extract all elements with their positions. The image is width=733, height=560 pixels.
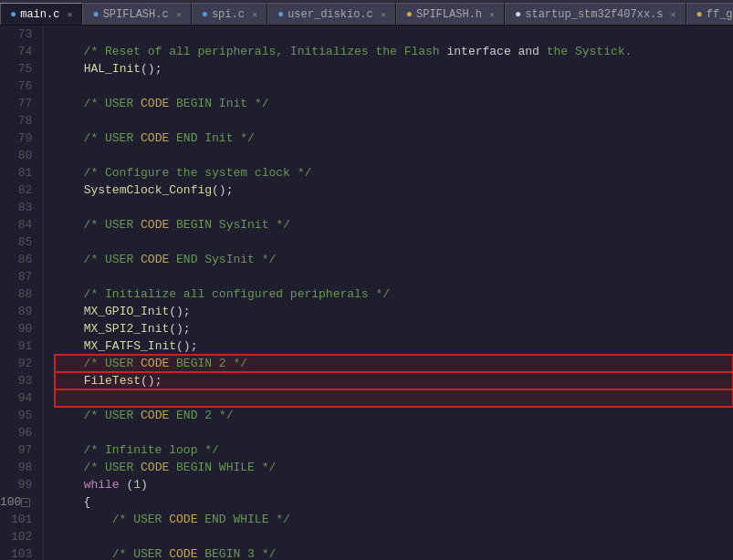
- code-text-99a: [55, 476, 83, 493]
- code-line-91: MX_FATFS_Init();: [55, 337, 733, 355]
- code-line-96: [55, 424, 733, 441]
- tab-spiflash-c[interactable]: ● SPIFLASH.c ✕: [82, 3, 191, 25]
- code-text-89c: ();: [169, 303, 190, 320]
- code-text-99e: ): [141, 476, 148, 493]
- code-text-91a: [55, 337, 83, 355]
- tab-icon-main-c: ●: [10, 8, 16, 21]
- code-line-84: /* USER CODE BEGIN SysInit */: [55, 216, 733, 233]
- ln-93: 93: [0, 372, 36, 389]
- code-text-86b: CODE: [141, 251, 169, 268]
- tab-label-spi-c: spi.c: [212, 8, 245, 21]
- tab-close-spiflash-h[interactable]: ✕: [489, 9, 495, 20]
- code-text-95b: CODE: [141, 407, 169, 424]
- tab-close-spi-c[interactable]: ✕: [252, 9, 257, 20]
- code-line-89: MX_GPIO_Init();: [55, 303, 733, 320]
- ln-100: 100 -: [0, 493, 36, 511]
- code-text-95c: END 2 */: [169, 407, 233, 424]
- ln-92: 92: [0, 355, 36, 372]
- tab-label-spiflash-c: SPIFLASH.c: [103, 8, 169, 21]
- code-text-92b: CODE: [141, 355, 169, 372]
- code-line-94: [55, 389, 733, 407]
- code-line-103: /* USER CODE BEGIN 3 */: [55, 545, 733, 560]
- tab-user-diskio-c[interactable]: ● user_diskio.c ✕: [267, 3, 396, 25]
- tab-close-user-diskio-c[interactable]: ✕: [381, 9, 386, 20]
- ln-95: 95: [0, 407, 36, 424]
- code-line-95: /* USER CODE END 2 */: [55, 407, 733, 424]
- code-text-99d: 1: [133, 476, 141, 493]
- tab-spiflash-h[interactable]: ● SPIFLASH.h ✕: [396, 3, 505, 25]
- code-text-91c: ();: [176, 337, 197, 355]
- collapse-icon-100[interactable]: -: [21, 498, 30, 507]
- code-text-84b: CODE: [141, 216, 169, 233]
- code-text-100: {: [55, 493, 90, 511]
- ln-102: 102: [0, 528, 36, 545]
- code-text-92a: /* USER: [55, 355, 141, 372]
- code-text-74: /* Reset of all peripherals, Initializes…: [55, 43, 632, 60]
- tab-icon-spi-c: ●: [202, 8, 208, 21]
- code-text-103c: BEGIN 3 */: [197, 545, 276, 560]
- tab-close-spiflash-c[interactable]: ✕: [176, 9, 182, 20]
- line-numbers: 73 74 75 76 77 78 79 80 81 82 83 84 85 8…: [0, 26, 44, 560]
- code-text-77b: CODE: [141, 95, 169, 112]
- ln-96: 96: [0, 424, 36, 441]
- tab-startup[interactable]: ● startup_stm32f407xx.s ✕: [505, 3, 686, 25]
- code-text-90c: ();: [169, 320, 190, 337]
- code-line-88: /* Initialize all configured peripherals…: [55, 285, 733, 303]
- tab-main-c[interactable]: ● main.c ✕: [0, 3, 82, 25]
- ln-101: 101: [0, 511, 36, 528]
- tab-bar: ● main.c ✕ ● SPIFLASH.c ✕ ● spi.c ✕ ● us…: [0, 0, 733, 26]
- code-text-101a: /* USER: [55, 511, 169, 528]
- tab-spi-c[interactable]: ● spi.c ✕: [192, 3, 267, 25]
- code-area: 73 74 75 76 77 78 79 80 81 82 83 84 85 8…: [0, 26, 733, 560]
- tab-icon-spiflash-c: ●: [92, 8, 99, 21]
- ln-83: 83: [0, 199, 36, 216]
- ln-94: 94: [0, 389, 36, 407]
- editor-container: ● main.c ✕ ● SPIFLASH.c ✕ ● spi.c ✕ ● us…: [0, 0, 733, 560]
- code-line-79: /* USER CODE END Init */: [55, 130, 733, 147]
- tab-ff-gen-drv[interactable]: ● ff_gen_drv.h ✕: [686, 3, 733, 25]
- code-line-80: [55, 147, 733, 164]
- ln-78: 78: [0, 112, 36, 130]
- tab-icon-startup: ●: [515, 8, 521, 21]
- code-text-77a: /* USER: [55, 95, 141, 112]
- code-text-86c: END SysInit */: [169, 251, 276, 268]
- code-line-78: [55, 112, 733, 130]
- code-text-99c: (: [120, 476, 134, 493]
- code-text-82b: SystemClock_Config: [84, 181, 212, 199]
- tab-icon-spiflash-h: ●: [406, 8, 413, 21]
- code-text-77c: BEGIN Init */: [169, 95, 268, 112]
- code-line-86: /* USER CODE END SysInit */: [55, 251, 733, 268]
- code-text-92c: BEGIN 2 */: [169, 355, 247, 372]
- code-text-103a: /* USER: [55, 545, 169, 560]
- ln-88: 88: [0, 285, 36, 303]
- code-text-79c: END Init */: [169, 130, 255, 147]
- code-line-90: MX_SPI2_Init();: [55, 320, 733, 337]
- code-text-88: /* Initialize all configured peripherals…: [55, 285, 390, 303]
- code-line-76: [55, 78, 733, 95]
- code-text-93b: FileTest: [84, 372, 141, 389]
- ln-85: 85: [0, 233, 36, 251]
- code-content[interactable]: /* Reset of all peripherals, Initializes…: [44, 26, 733, 560]
- tab-label-main-c: main.c: [20, 8, 59, 21]
- code-text-75c: ();: [141, 60, 162, 78]
- code-text-97: /* Infinite loop */: [55, 441, 218, 459]
- code-line-73: [55, 26, 733, 43]
- code-text-91b: MX_FATFS_Init: [84, 337, 176, 355]
- code-text-86a: /* USER: [55, 251, 141, 268]
- code-line-87: [55, 268, 733, 285]
- tab-close-startup[interactable]: ✕: [671, 9, 676, 20]
- code-line-98: /* USER CODE BEGIN WHILE */: [55, 459, 733, 476]
- code-text-93a: [55, 372, 83, 389]
- ln-91: 91: [0, 337, 36, 355]
- ln-75: 75: [0, 60, 36, 78]
- ln-89: 89: [0, 303, 36, 320]
- ln-79: 79: [0, 130, 36, 147]
- code-text-98c: BEGIN WHILE */: [169, 459, 276, 476]
- ln-81: 81: [0, 164, 36, 181]
- code-text-98b: CODE: [141, 459, 169, 476]
- ln-98: 98: [0, 459, 36, 476]
- code-line-74: /* Reset of all peripherals, Initializes…: [55, 43, 733, 60]
- tab-close-main-c[interactable]: ✕: [67, 9, 72, 20]
- code-text-79a: /* USER: [55, 130, 141, 147]
- code-line-102: [55, 528, 733, 545]
